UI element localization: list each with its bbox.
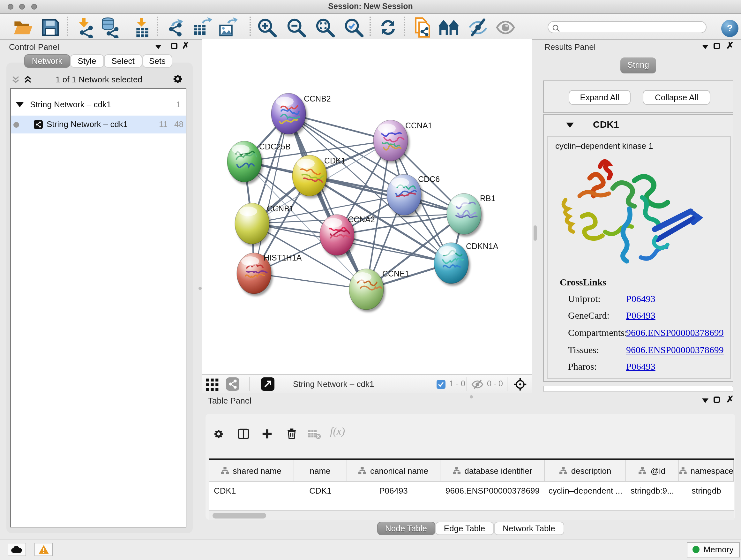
network-node-label: HIST1H1A [264, 253, 302, 262]
search-box[interactable] [548, 21, 706, 33]
expand-all-button[interactable]: Expand All [569, 90, 630, 105]
crosslink-link[interactable]: P06493 [626, 310, 656, 321]
tab-network-table[interactable]: Network Table [494, 522, 564, 535]
string-homes-icon[interactable] [439, 17, 459, 38]
table-cell[interactable]: 9606.ENSP00000378699 [440, 482, 545, 499]
table-cell[interactable]: stringdb:9... [626, 482, 679, 499]
column-header-databaseidentifier[interactable]: database identifier [440, 460, 545, 482]
zoom-selected-icon[interactable] [343, 17, 364, 38]
collapse-all-button[interactable]: Collapse All [643, 90, 711, 105]
fit-content-crosshair-icon[interactable] [513, 377, 527, 391]
zoom-fit-icon[interactable] [315, 17, 335, 38]
hide-unhide-icon[interactable] [468, 17, 488, 38]
zoom-out-icon[interactable] [286, 17, 307, 38]
import-network-file-icon[interactable] [75, 17, 96, 38]
crosslink-link[interactable]: P06493 [626, 294, 656, 304]
title-bar: Session: New Session [0, 0, 741, 14]
export-image-icon[interactable] [217, 17, 238, 38]
search-input[interactable] [563, 22, 703, 33]
tab-string[interactable]: String [620, 57, 656, 73]
export-table-icon[interactable] [192, 17, 212, 38]
column-header-id[interactable]: @id [626, 460, 679, 482]
node-table: shared namenamecanonical namedatabase id… [209, 458, 734, 518]
network-node-CCNA1[interactable]: CCNA1 [374, 120, 432, 161]
stringify-network-icon[interactable] [412, 17, 433, 38]
delete-column-icon[interactable] [286, 428, 297, 439]
network-node-CDK1[interactable]: CDK1 [292, 155, 346, 196]
add-column-icon[interactable] [261, 428, 273, 440]
memory-button[interactable]: Memory [687, 542, 739, 557]
network-selection-status: 1 of 1 Network selected [38, 74, 159, 84]
table-cell[interactable]: CDK1 [209, 482, 294, 499]
network-node-CCNB1[interactable]: CCNB1 [235, 203, 294, 244]
table-cell[interactable]: stringdb [679, 482, 734, 499]
table-panel-close-icon[interactable]: ✗ [726, 396, 734, 402]
network-edge[interactable] [254, 114, 288, 273]
network-node-CDC6[interactable]: CDC6 [387, 174, 440, 215]
tab-sets[interactable]: Sets [142, 54, 172, 67]
column-header-sharedname[interactable]: shared name [209, 460, 294, 482]
open-session-icon[interactable] [13, 17, 33, 38]
warnings-button[interactable] [35, 543, 53, 556]
column-header-canonicalname[interactable]: canonical name [347, 460, 440, 482]
table-cell[interactable]: P06493 [347, 482, 440, 499]
tab-network[interactable]: Network [24, 54, 70, 67]
network-node-RB1[interactable]: RB1 [447, 193, 495, 234]
crosslink-link[interactable]: P06493 [626, 361, 656, 372]
right-splitter-handle[interactable] [533, 226, 537, 241]
control-panel-close-icon[interactable]: ✗ [182, 42, 189, 49]
table-scrollbar-thumb[interactable] [212, 512, 266, 518]
network-view-icon [226, 377, 239, 391]
import-table-file-icon[interactable] [132, 17, 152, 38]
table-panel-collapse-icon[interactable] [702, 398, 709, 403]
control-panel-collapse-icon[interactable] [155, 45, 161, 49]
collapse-all-chevron-icon[interactable] [11, 75, 20, 84]
tab-node-table[interactable]: Node Table [377, 522, 435, 535]
column-header-description[interactable]: description [545, 460, 626, 482]
tab-edge-table[interactable]: Edge Table [435, 522, 494, 535]
control-panel-float-icon[interactable] [171, 43, 178, 49]
import-network-database-icon[interactable] [100, 17, 121, 38]
network-node-CCNA2[interactable]: CCNA2 [320, 214, 375, 255]
gene-collapse-caret-icon[interactable] [566, 123, 574, 128]
selected-checkbox-icon[interactable] [436, 380, 446, 388]
left-splitter-handle[interactable] [198, 287, 201, 290]
cloud-button[interactable] [7, 543, 26, 556]
network-node-CDC25B[interactable]: CDC25B [227, 141, 291, 182]
network-canvas[interactable]: CCNB2CCNA1CDC25BCDK1CDC6RB1CCNB1CCNA2CDK… [202, 39, 532, 374]
tab-select[interactable]: Select [104, 54, 142, 67]
grid-view-icon[interactable] [205, 377, 219, 391]
network-options-gear-icon[interactable] [172, 73, 183, 84]
table-options-gear-icon[interactable] [213, 428, 224, 439]
tab-style[interactable]: Style [70, 54, 104, 67]
save-session-icon[interactable] [40, 17, 61, 38]
results-horizontal-scrollbar[interactable] [543, 386, 733, 392]
bottom-splitter-handle[interactable] [470, 395, 473, 398]
crosslink-link[interactable]: 9606.ENSP00000378699 [626, 345, 724, 356]
crosslink-link[interactable]: 9606.ENSP00000378699 [626, 327, 724, 338]
expand-all-chevron-icon[interactable] [23, 75, 32, 84]
network-collection-row[interactable]: String Network – cdk1 1 [11, 97, 186, 114]
column-header-namespace[interactable]: namespace [679, 460, 734, 482]
network-node-CCNB2[interactable]: CCNB2 [271, 93, 331, 134]
refresh-icon[interactable] [378, 17, 398, 38]
table-cell[interactable]: cyclin–dependent ... [545, 482, 626, 499]
results-panel-close-icon[interactable]: ✗ [726, 42, 734, 49]
network-edge[interactable] [288, 114, 366, 289]
collection-expand-caret-icon[interactable] [16, 102, 23, 107]
zoom-in-icon[interactable] [257, 17, 277, 38]
network-node-HIST1H1A[interactable]: HIST1H1A [237, 253, 302, 294]
network-node-CCNE1[interactable]: CCNE1 [349, 269, 409, 310]
table-panel-float-icon[interactable] [714, 396, 720, 403]
help-button[interactable]: ? [721, 20, 738, 37]
birds-eye-view-icon[interactable] [261, 377, 274, 391]
network-node-CDKN1A[interactable]: CDKN1A [434, 242, 498, 284]
table-cell[interactable]: CDK1 [294, 482, 347, 499]
results-panel-float-icon[interactable] [714, 43, 720, 49]
show-columns-icon[interactable] [238, 428, 250, 440]
results-panel-collapse-icon[interactable] [702, 45, 709, 49]
table-horizontal-scrollbar[interactable] [209, 510, 734, 520]
network-row-selected[interactable]: String Network – cdk1 11 48 [11, 116, 186, 133]
column-header-name[interactable]: name [294, 460, 347, 482]
export-network-icon[interactable] [165, 17, 186, 38]
